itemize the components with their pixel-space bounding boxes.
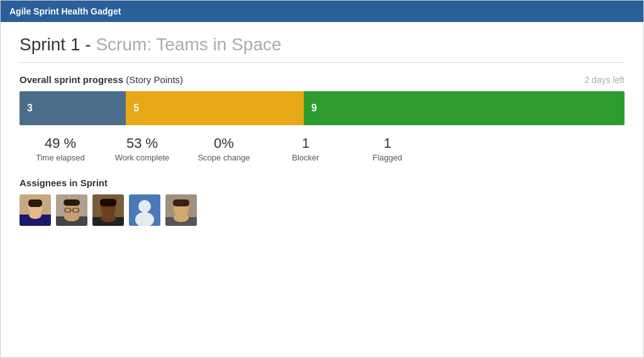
avatar	[129, 194, 160, 226]
sprint-title: Sprint 1 - Scrum: Teams in Space	[19, 35, 625, 55]
avatar	[56, 194, 87, 226]
svg-rect-16	[100, 199, 116, 206]
bar-blue: 3	[19, 91, 126, 125]
svg-point-26	[174, 213, 189, 222]
assignees-row	[19, 194, 625, 226]
svg-rect-8	[64, 199, 80, 206]
progress-bar: 3 5 9	[19, 91, 625, 125]
bar-blue-label: 3	[27, 103, 33, 114]
svg-rect-3	[28, 199, 42, 207]
bar-yellow: 5	[126, 91, 304, 125]
stats-row: 49 %Time elapsed53 %Work complete0%Scope…	[19, 135, 625, 162]
sprint-title-sub: Scrum: Teams in Space	[96, 35, 281, 54]
gadget-header-title: Agile Sprint Health Gadget	[9, 6, 121, 16]
svg-point-10	[64, 213, 79, 221]
avatar	[92, 194, 124, 226]
stat-item: 1Blocker	[265, 135, 347, 162]
assignees-title: Assignees in Sprint	[19, 177, 625, 188]
svg-rect-24	[173, 199, 189, 206]
stat-item: 0%Scope change	[183, 135, 265, 162]
gadget-header: Agile Sprint Health Gadget	[1, 1, 643, 22]
svg-point-5	[29, 211, 42, 219]
divider	[19, 62, 625, 63]
assignees-section: Assignees in Sprint	[19, 177, 625, 226]
stat-item: 49 %Time elapsed	[19, 135, 101, 162]
stat-item: 1Flagged	[347, 135, 428, 162]
section-title-bold: Overall sprint progress	[19, 74, 123, 85]
sprint-title-main: Sprint 1 -	[19, 35, 96, 54]
days-left: 2 days left	[584, 75, 625, 85]
stat-item: 53 %Work complete	[101, 135, 183, 162]
avatar	[19, 194, 51, 226]
gadget-body: Sprint 1 - Scrum: Teams in Space Overall…	[1, 22, 643, 357]
bar-green: 9	[304, 91, 625, 125]
stat-value: 49 %	[45, 135, 76, 152]
svg-point-18	[101, 213, 116, 222]
section-title-rest: (Story Points)	[123, 74, 183, 85]
avatar	[165, 194, 197, 226]
stat-label: Time elapsed	[36, 153, 85, 162]
section-title: Overall sprint progress (Story Points)	[19, 74, 183, 85]
progress-section-header: Overall sprint progress (Story Points) 2…	[19, 74, 625, 85]
svg-point-20	[138, 200, 151, 213]
stat-value: 1	[302, 135, 309, 152]
bar-green-label: 9	[311, 103, 317, 114]
stat-label: Flagged	[373, 153, 402, 162]
stat-value: 0%	[214, 135, 234, 152]
stat-label: Scope change	[197, 153, 250, 162]
bar-yellow-label: 5	[133, 103, 139, 114]
stat-label: Work complete	[115, 153, 169, 162]
stat-label: Blocker	[292, 153, 319, 162]
gadget-wrapper: Agile Sprint Health Gadget Sprint 1 - Sc…	[0, 0, 644, 358]
stat-value: 53 %	[126, 135, 158, 152]
stat-value: 1	[384, 135, 391, 152]
